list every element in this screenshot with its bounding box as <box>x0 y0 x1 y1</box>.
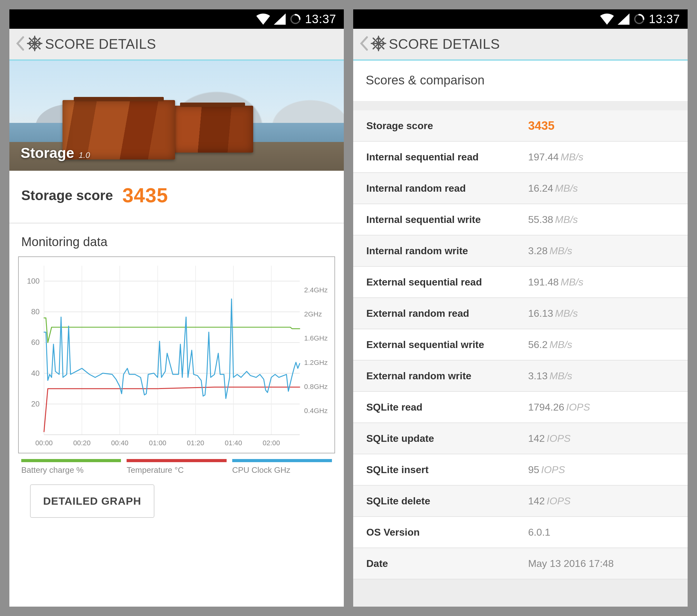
svg-text:20: 20 <box>31 400 40 408</box>
svg-text:60: 60 <box>31 338 40 347</box>
row-label: Internal random read <box>366 182 528 194</box>
list-row: Storage score3435 <box>353 111 688 142</box>
phone-right: 13:37 SCORE DETAILS Scores & comparison … <box>353 10 688 606</box>
legend-cpu: CPU Clock GHz <box>232 459 332 475</box>
row-label: Internal sequential write <box>366 214 528 225</box>
row-label: External random read <box>366 308 528 319</box>
row-label: OS Version <box>366 527 528 538</box>
monitoring-title: Monitoring data <box>9 223 344 256</box>
row-value: 56.2MB/s <box>528 339 674 351</box>
row-value: 3.13MB/s <box>528 370 674 382</box>
wifi-icon <box>256 13 270 25</box>
row-label: SQLite read <box>366 401 528 413</box>
row-value: 6.0.1 <box>528 527 674 538</box>
row-value: 142IOPS <box>528 495 674 507</box>
row-label: Internal random write <box>366 245 528 257</box>
list-row: SQLite insert95IOPS <box>353 454 688 486</box>
svg-text:40: 40 <box>31 369 40 378</box>
scores-section-title: Scores & comparison <box>353 61 688 101</box>
app-bar: SCORE DETAILS <box>9 29 344 61</box>
hero-image: Storage 1.0 <box>9 61 344 171</box>
loading-ring-icon <box>290 13 301 25</box>
list-row: External sequential write56.2MB/s <box>353 329 688 361</box>
app-bar: SCORE DETAILS <box>353 29 688 61</box>
list-row: OS Version6.0.1 <box>353 517 688 548</box>
svg-text:0.4GHz: 0.4GHz <box>304 407 328 415</box>
status-bar: 13:37 <box>9 10 344 29</box>
row-label: SQLite insert <box>366 464 528 475</box>
detailed-graph-button[interactable]: DETAILED GRAPH <box>30 484 154 518</box>
row-label: SQLite update <box>366 433 528 444</box>
status-time: 13:37 <box>649 13 680 26</box>
row-label: External sequential write <box>366 339 528 351</box>
row-value: 191.48MB/s <box>528 276 674 288</box>
row-value: 1794.26IOPS <box>528 401 674 413</box>
row-value: 3.28MB/s <box>528 245 674 257</box>
row-value: 16.24MB/s <box>528 182 674 194</box>
snowflake-icon <box>370 35 387 53</box>
svg-text:00:00: 00:00 <box>35 439 53 447</box>
score-value: 3435 <box>122 184 168 207</box>
svg-text:00:20: 00:20 <box>73 439 91 447</box>
list-row: External sequential read191.48MB/s <box>353 267 688 298</box>
list-row: SQLite read1794.26IOPS <box>353 392 688 423</box>
svg-text:0.8GHz: 0.8GHz <box>304 383 328 391</box>
row-value: 16.13MB/s <box>528 308 674 319</box>
chart-svg: 204060801000.4GHz0.8GHz1.2GHz1.6GHz2GHz2… <box>19 257 335 453</box>
row-value: 197.44MB/s <box>528 151 674 163</box>
svg-text:01:40: 01:40 <box>225 439 242 447</box>
row-label: Storage score <box>366 120 528 132</box>
hero-version: 1.0 <box>79 150 90 160</box>
row-label: SQLite delete <box>366 495 528 507</box>
list-row: Internal random write3.28MB/s <box>353 235 688 267</box>
loading-ring-icon <box>633 13 645 25</box>
app-bar-title: SCORE DETAILS <box>389 36 500 52</box>
svg-text:80: 80 <box>31 307 40 316</box>
list-row: Internal sequential write55.38MB/s <box>353 204 688 235</box>
back-button[interactable] <box>15 36 24 52</box>
legend-cpu-label: CPU Clock GHz <box>232 465 332 475</box>
row-value: 3435 <box>528 119 674 133</box>
chart-legend: Battery charge % Temperature °C CPU Cloc… <box>18 453 335 484</box>
list-row: Internal sequential read197.44MB/s <box>353 142 688 173</box>
signal-icon <box>274 13 286 25</box>
snowflake-icon <box>26 35 43 53</box>
legend-temperature-label: Temperature °C <box>127 465 226 475</box>
svg-text:01:20: 01:20 <box>187 439 204 447</box>
status-bar: 13:37 <box>353 10 688 29</box>
scores-list[interactable]: Scores & comparison Storage score3435Int… <box>353 61 688 606</box>
list-row: SQLite update142IOPS <box>353 423 688 454</box>
wifi-icon <box>600 13 614 25</box>
svg-text:01:00: 01:00 <box>149 439 167 447</box>
back-button[interactable] <box>359 36 368 52</box>
row-label: Date <box>366 558 528 569</box>
svg-text:1.2GHz: 1.2GHz <box>304 359 328 366</box>
row-label: External random write <box>366 370 528 382</box>
list-row: External random write3.13MB/s <box>353 361 688 392</box>
row-value: May 13 2016 17:48 <box>528 558 674 569</box>
score-row: Storage score 3435 <box>9 171 344 223</box>
signal-icon <box>618 13 629 25</box>
list-row: SQLite delete142IOPS <box>353 486 688 517</box>
legend-battery-label: Battery charge % <box>21 465 121 475</box>
row-label: Internal sequential read <box>366 151 528 163</box>
svg-text:2.4GHz: 2.4GHz <box>304 286 328 294</box>
svg-text:2GHz: 2GHz <box>304 310 322 318</box>
phone-left: 13:37 SCORE DETAILS Storage <box>9 10 344 606</box>
row-value: 55.38MB/s <box>528 214 674 225</box>
list-row: Internal random read16.24MB/s <box>353 173 688 204</box>
list-row: DateMay 13 2016 17:48 <box>353 548 688 580</box>
monitoring-chart: 204060801000.4GHz0.8GHz1.2GHz1.6GHz2GHz2… <box>9 256 344 537</box>
row-label: External sequential read <box>366 276 528 288</box>
legend-battery: Battery charge % <box>21 459 121 475</box>
svg-text:00:40: 00:40 <box>111 439 129 447</box>
app-bar-title: SCORE DETAILS <box>45 36 156 52</box>
score-label: Storage score <box>21 188 113 203</box>
row-value: 142IOPS <box>528 433 674 444</box>
status-time: 13:37 <box>305 13 336 26</box>
list-row: External random read16.13MB/s <box>353 298 688 329</box>
legend-temperature: Temperature °C <box>127 459 226 475</box>
svg-text:1.6GHz: 1.6GHz <box>304 335 328 342</box>
hero-title: Storage <box>20 145 74 161</box>
row-value: 95IOPS <box>528 464 674 475</box>
